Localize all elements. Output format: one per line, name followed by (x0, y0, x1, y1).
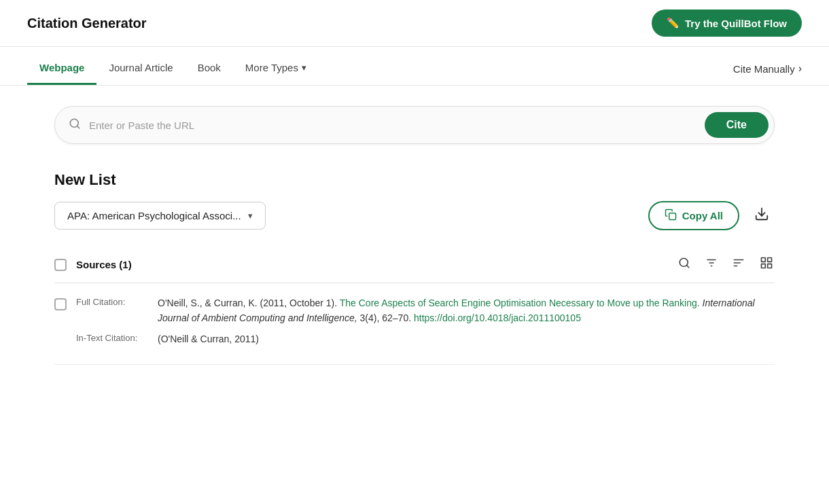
svg-line-5 (686, 265, 688, 267)
svg-rect-13 (768, 258, 772, 262)
tab-journal-article[interactable]: Journal Article (96, 52, 185, 85)
sort-button[interactable] (731, 255, 746, 274)
in-text-text: (O'Neill & Curran, 2011) (158, 331, 259, 346)
download-button[interactable] (749, 204, 775, 228)
svg-line-1 (77, 126, 79, 128)
full-citation-label: Full Citation: (76, 295, 151, 307)
search-icon (69, 118, 81, 133)
style-dropdown-label: APA: American Psychological Associ... (67, 210, 241, 221)
citation-volume: 3(4), 62–70. (357, 312, 414, 323)
citation-row: Full Citation: O'Neill, S., & Curran, K.… (54, 295, 775, 352)
copy-all-button[interactable]: Copy All (648, 201, 739, 230)
arrow-right-icon: › (798, 62, 802, 75)
svg-rect-15 (768, 264, 772, 268)
citation-author-date: O'Neill, S., & Curran, K. (2011, October… (158, 298, 340, 308)
copy-all-label: Copy All (682, 210, 723, 221)
new-list-section: New List APA: American Psychological Ass… (54, 171, 775, 365)
nav-tabs: Webpage Journal Article Book More Types … (0, 52, 829, 86)
sources-left: Sources (1) (54, 259, 132, 271)
citation-item: Full Citation: O'Neill, S., & Curran, K.… (54, 283, 775, 365)
sources-header: Sources (1) (54, 247, 775, 283)
cite-button[interactable]: Cite (705, 112, 769, 138)
pen-icon: ✏️ (667, 17, 680, 29)
cite-manually-link[interactable]: Cite Manually › (733, 62, 802, 75)
svg-rect-12 (762, 258, 766, 262)
sources-label: Sources (1) (76, 259, 132, 270)
main-content: Cite New List APA: American Psychologica… (27, 86, 802, 385)
new-list-title: New List (54, 171, 775, 189)
search-sources-button[interactable] (677, 255, 692, 274)
download-icon (754, 208, 769, 225)
header: Citation Generator ✏️ Try the QuillBot F… (0, 0, 829, 47)
full-citation-field: Full Citation: O'Neill, S., & Curran, K.… (76, 295, 775, 326)
tab-more-types[interactable]: More Types ▾ (233, 52, 319, 85)
in-text-label: In-Text Citation: (76, 331, 151, 343)
tab-webpage[interactable]: Webpage (27, 52, 96, 85)
url-input[interactable] (89, 120, 705, 131)
sources-right (677, 255, 775, 274)
list-view-button[interactable] (758, 255, 775, 274)
citation-title-link[interactable]: The Core Aspects of Search Engine Optimi… (340, 298, 700, 308)
citation-content: Full Citation: O'Neill, S., & Curran, K.… (76, 295, 775, 352)
search-bar: Cite (54, 106, 775, 144)
try-flow-button[interactable]: ✏️ Try the QuillBot Flow (652, 10, 802, 37)
tab-book[interactable]: Book (186, 52, 233, 85)
in-text-citation-field: In-Text Citation: (O'Neill & Curran, 201… (76, 331, 775, 346)
svg-rect-14 (762, 264, 766, 268)
chevron-down-icon: ▾ (248, 211, 253, 221)
select-all-checkbox[interactable] (54, 259, 67, 271)
citation-doi-link[interactable]: https://doi.org/10.4018/jaci.2011100105 (414, 312, 581, 323)
copy-all-row: Copy All (648, 201, 775, 230)
citation-checkbox[interactable] (54, 298, 67, 310)
copy-icon (665, 209, 677, 223)
app-title: Citation Generator (27, 16, 147, 31)
style-dropdown[interactable]: APA: American Psychological Associ... ▾ (54, 202, 266, 230)
full-citation-text: O'Neill, S., & Curran, K. (2011, October… (158, 295, 775, 326)
chevron-down-icon: ▾ (302, 62, 306, 73)
svg-rect-2 (669, 213, 675, 220)
filter-button[interactable] (704, 255, 719, 274)
citation-style-row: APA: American Psychological Associ... ▾ … (54, 201, 775, 230)
